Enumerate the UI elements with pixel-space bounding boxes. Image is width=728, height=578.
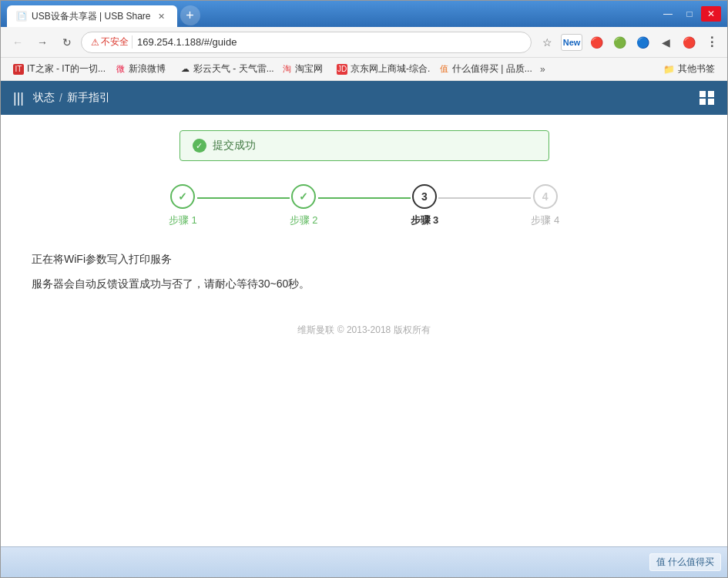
step-1-label: 步骤 1 [169, 213, 197, 227]
back-button[interactable]: ← [7, 32, 29, 53]
content-area: ||| 状态 / 新手指引 ✓ 提交成功 [1, 81, 727, 546]
tab-favicon: 📄 [16, 11, 27, 22]
step-2-circle: ✓ [291, 184, 316, 209]
step-1: ✓ 步骤 1 [169, 184, 197, 227]
bookmark-icon-it: IT [13, 64, 24, 75]
extension-icon-2[interactable]: 🟢 [610, 33, 629, 52]
app-header: ||| 状态 / 新手指引 [1, 81, 727, 115]
steps-container: ✓ 步骤 1 ✓ 步骤 2 3 步骤 3 4 [32, 184, 696, 227]
page: ||| 状态 / 新手指引 ✓ 提交成功 [1, 81, 727, 546]
minimize-button[interactable]: — [658, 6, 678, 22]
maximize-button[interactable]: □ [679, 6, 699, 22]
taskbar: 值 什么值得买 [1, 546, 727, 577]
tab-strip: 📄 USB设备共享器 | USB Share ✕ + [7, 1, 658, 27]
other-bookmarks-folder[interactable]: 📁 其他书签 [657, 60, 721, 78]
step-4-label: 步骤 4 [531, 213, 559, 227]
bookmark-icon-weibo: 微 [115, 64, 126, 75]
step-3-circle: 3 [412, 184, 437, 209]
extension-icon-3[interactable]: 🔵 [633, 33, 652, 52]
grid-cell-1 [699, 91, 706, 97]
step-3-label: 步骤 3 [411, 213, 439, 227]
more-options-button[interactable]: ⋮ [703, 33, 721, 52]
window-controls: — □ ✕ [658, 6, 721, 22]
taskbar-right: 值 什么值得买 [649, 553, 721, 571]
info-line-1: 正在将WiFi参数写入打印服务 [32, 250, 696, 267]
bookmark-icon-weather: ☁ [179, 64, 190, 75]
tab-close-button[interactable]: ✕ [156, 10, 168, 22]
alert-text: 提交成功 [213, 139, 256, 153]
extension-icon-4[interactable]: ◀ [656, 33, 675, 52]
bookmark-item-it[interactable]: IT IT之家 - IT的一切... [7, 60, 107, 78]
success-alert: ✓ 提交成功 [179, 130, 549, 161]
browser-window: 📄 USB设备共享器 | USB Share ✕ + — □ ✕ ← → ↻ ⚠… [0, 0, 728, 578]
security-badge: ⚠ 不安全 [91, 35, 133, 49]
address-text: 169.254.1.188/#/guide [137, 36, 522, 48]
info-line-2: 服务器会自动反馈设置成功与否了，请耐心等待30~60秒。 [32, 275, 696, 292]
bookmarks-more-button[interactable]: » [535, 62, 550, 77]
breadcrumb-state: 状态 [33, 91, 55, 105]
folder-icon: 📁 [663, 64, 675, 75]
bookmark-item-smzdm[interactable]: 值 什么值得买 | 品质... [432, 60, 532, 78]
nav-action-icons: ☆ New 🔴 🟢 🔵 ◀ 🔴 ⋮ [538, 33, 721, 52]
grid-cell-2 [708, 91, 714, 97]
bookmark-icon-taobao: 淘 [281, 64, 292, 75]
titlebar: 📄 USB设备共享器 | USB Share ✕ + — □ ✕ [1, 1, 727, 27]
step-2-label: 步骤 2 [290, 213, 318, 227]
active-tab[interactable]: 📄 USB设备共享器 | USB Share ✕ [7, 5, 177, 27]
step-1-circle: ✓ [170, 184, 195, 209]
step-4-circle: 4 [533, 184, 558, 209]
step-line-1 [197, 197, 290, 199]
extension-icon-5[interactable]: 🔴 [679, 33, 698, 52]
forward-button[interactable]: → [32, 32, 53, 53]
address-bar[interactable]: ⚠ 不安全 169.254.1.188/#/guide [81, 32, 532, 53]
grid-cell-3 [699, 99, 706, 105]
bookmark-icon-smzdm: 值 [438, 64, 449, 75]
grid-icon[interactable] [699, 91, 715, 105]
breadcrumb-separator: / [59, 92, 62, 104]
navigation-bar: ← → ↻ ⚠ 不安全 169.254.1.188/#/guide ☆ New … [1, 27, 727, 58]
page-footer: 维斯曼联 © 2013-2018 版权所有 [32, 324, 696, 352]
main-content: ✓ 提交成功 ✓ 步骤 1 ✓ 步骤 2 3 [1, 115, 727, 546]
extension-icon-1[interactable]: 🔴 [587, 33, 606, 52]
check-icon: ✓ [193, 139, 206, 153]
refresh-button[interactable]: ↻ [56, 32, 78, 53]
bookmark-item-weibo[interactable]: 微 新浪微博 [109, 60, 172, 78]
step-line-2 [318, 197, 411, 199]
bookmark-item-weather[interactable]: ☁ 彩云天气 - 天气雷... [173, 60, 273, 78]
footer-text: 维斯曼联 © 2013-2018 版权所有 [297, 324, 430, 335]
close-button[interactable]: ✕ [701, 6, 721, 22]
grid-cell-4 [708, 99, 714, 105]
breadcrumb: 状态 / 新手指引 [33, 91, 110, 105]
menu-icon[interactable]: ||| [13, 90, 24, 106]
step-line-3 [438, 197, 531, 199]
new-tab-button[interactable]: + [180, 5, 200, 25]
tab-title: USB设备共享器 | USB Share [32, 10, 151, 23]
step-2: ✓ 步骤 2 [290, 184, 318, 227]
warning-icon: ⚠ [91, 37, 99, 48]
breadcrumb-guide: 新手指引 [67, 91, 110, 105]
bookmark-star-icon[interactable]: ☆ [538, 33, 556, 52]
bookmark-icon-jd: JD [337, 64, 347, 75]
step-4: 4 步骤 4 [531, 184, 559, 227]
bookmark-item-jd[interactable]: JD 京东网上商城-综合... [330, 60, 431, 78]
info-section: 正在将WiFi参数写入打印服务 服务器会自动反馈设置成功与否了，请耐心等待30~… [32, 250, 696, 293]
step-3: 3 步骤 3 [411, 184, 439, 227]
bookmarks-bar: IT IT之家 - IT的一切... 微 新浪微博 ☁ 彩云天气 - 天气雷..… [1, 58, 727, 81]
bookmarks-right: 📁 其他书签 [657, 60, 721, 78]
taskbar-badge[interactable]: 值 什么值得买 [649, 553, 721, 571]
new-tab-special-icon[interactable]: New [561, 34, 582, 51]
bookmark-item-taobao[interactable]: 淘 淘宝网 [275, 60, 329, 78]
